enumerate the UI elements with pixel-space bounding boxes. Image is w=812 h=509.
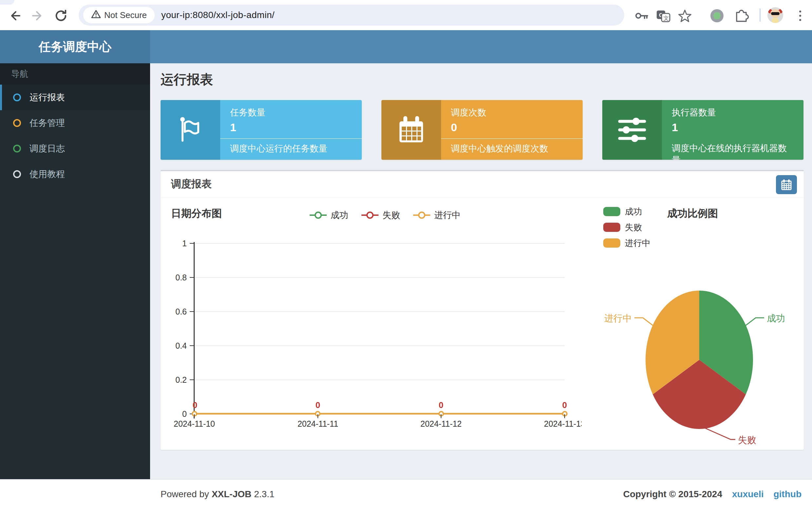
stat-title: 执行器数量 — [672, 107, 795, 118]
y-axis-tick — [190, 379, 194, 380]
line-chart-legend: 成功 失败 进行中 — [310, 209, 461, 221]
pie-label-running: 进行中 — [604, 313, 632, 324]
address-bar[interactable]: Not Secure your-ip:8080/xxl-job-admin/ — [79, 5, 624, 26]
x-axis-tick — [318, 414, 318, 418]
gridline — [194, 277, 564, 278]
y-tick-label: 0.4 — [158, 341, 187, 350]
x-tick-label: 2024-11-10 — [160, 419, 230, 429]
calendar-icon — [381, 100, 441, 160]
stat-card-executors: 执行器数量 1 调度中心在线的执行器机器数量 — [602, 100, 804, 160]
line-marker-icon — [362, 210, 378, 220]
browser-menu-icon[interactable] — [796, 8, 804, 24]
reload-icon[interactable] — [53, 8, 69, 24]
y-tick-label: 0.8 — [158, 273, 187, 282]
warning-icon — [91, 9, 101, 21]
sidebar-item-label: 任务管理 — [30, 117, 65, 129]
link-github[interactable]: github — [773, 489, 802, 500]
copyright: Copyright © 2015-2024 xuxueli github — [623, 479, 802, 509]
product-version: 2.3.1 — [254, 489, 274, 500]
point-value-label: 0 — [552, 400, 578, 410]
svg-text:文: 文 — [664, 15, 669, 21]
legend-item-running[interactable]: 进行中 — [413, 209, 461, 221]
sidebar-item-label: 调度日志 — [30, 143, 65, 155]
line-chart-title: 日期分布图 — [171, 207, 222, 220]
date-range-button[interactable] — [776, 175, 797, 194]
x-tick-label: 2024-11-13 — [528, 419, 582, 429]
sidebar-item-label: 使用教程 — [30, 168, 65, 180]
stat-divider — [220, 138, 362, 139]
y-axis-tick — [190, 243, 194, 244]
y-tick-label: 0 — [158, 409, 187, 419]
flag-icon — [160, 100, 220, 160]
y-tick-label: 0.6 — [158, 307, 187, 316]
not-secure-label: Not Secure — [104, 10, 147, 20]
callout-line-success — [746, 318, 764, 325]
y-axis-line — [194, 242, 195, 418]
gridline — [194, 243, 564, 244]
pie-label-success: 成功 — [767, 313, 785, 324]
sidebar-item-job-manage[interactable]: 任务管理 — [0, 110, 150, 136]
sidebar-item-help[interactable]: 使用教程 — [0, 161, 150, 187]
legend-item-success[interactable]: 成功 — [310, 209, 348, 221]
toolbar-separator — [760, 8, 761, 22]
extensions-puzzle-icon[interactable] — [733, 8, 749, 24]
translate-icon[interactable]: G 文 — [655, 8, 671, 24]
stat-value: 1 — [230, 121, 353, 134]
series-line-running — [194, 413, 564, 414]
x-axis-labels: 2024-11-10 2024-11-11 2024-11-12 2024-11… — [160, 419, 582, 432]
sidebar-item-label: 运行报表 — [30, 92, 65, 103]
stat-desc: 调度中心运行的任务数量 — [230, 143, 353, 155]
stat-desc: 调度中心在线的执行器机器数量 — [672, 142, 795, 160]
pie-label-fail: 失败 — [738, 435, 756, 445]
legend-item-fail[interactable]: 失败 — [362, 209, 400, 221]
password-key-icon[interactable] — [634, 8, 650, 24]
gridline — [194, 380, 564, 380]
line-marker-icon — [310, 210, 327, 220]
circle-icon — [13, 94, 21, 101]
profile-avatar[interactable] — [768, 7, 783, 23]
top-navbar — [150, 30, 812, 63]
x-axis-tick — [194, 414, 195, 418]
sidebar-item-job-log[interactable]: 调度日志 — [0, 136, 150, 161]
app-header: 任务调度中心 欢迎 user — [0, 30, 812, 63]
extension-status-icon[interactable] — [709, 8, 725, 24]
line-marker-icon — [413, 210, 430, 220]
stat-title: 调度次数 — [451, 107, 574, 118]
back-icon[interactable] — [6, 8, 22, 24]
point-value-label: 0 — [428, 400, 454, 410]
calendar-icon — [780, 179, 792, 191]
stat-value: 0 — [451, 121, 574, 134]
bookmark-star-icon[interactable] — [677, 8, 693, 24]
url-text[interactable]: your-ip:8080/xxl-job-admin/ — [161, 10, 274, 20]
app-logo[interactable]: 任务调度中心 — [0, 30, 150, 63]
x-axis-tick — [441, 414, 441, 418]
circle-icon — [13, 170, 21, 178]
stat-card-triggers: 调度次数 0 调度中心触发的调度次数 — [381, 100, 583, 160]
circle-icon — [13, 145, 21, 152]
callout-line-running — [634, 318, 653, 325]
stat-desc: 调度中心触发的调度次数 — [451, 143, 574, 155]
y-axis-tick — [190, 277, 194, 278]
link-xuxueli[interactable]: xuxueli — [732, 489, 764, 500]
stat-title: 任务数量 — [230, 107, 353, 118]
sidebar-nav-header: 导航 — [0, 63, 150, 84]
sidebar-item-run-report[interactable]: 运行报表 — [0, 84, 150, 110]
tab-strip-corner — [0, 0, 14, 5]
report-panel-title: 调度报表 — [171, 177, 212, 191]
x-axis-tick — [564, 414, 565, 418]
stat-value: 1 — [672, 121, 795, 134]
y-axis-tick — [190, 345, 194, 346]
callout-line-fail — [703, 427, 735, 439]
product-name: XXL-JOB — [212, 489, 251, 500]
x-tick-label: 2024-11-12 — [405, 419, 477, 429]
y-tick-label: 1 — [158, 238, 187, 248]
gridline — [194, 346, 564, 346]
powered-by: Powered by XXL-JOB 2.3.1 — [160, 479, 274, 509]
point-value-label: 0 — [182, 400, 208, 410]
sliders-icon — [602, 100, 662, 160]
forward-icon[interactable] — [30, 8, 46, 24]
not-secure-chip[interactable]: Not Secure — [83, 7, 155, 23]
y-axis-tick — [190, 311, 194, 312]
footer: Powered by XXL-JOB 2.3.1 Copyright © 201… — [0, 479, 812, 509]
y-tick-label: 0.2 — [158, 375, 187, 385]
